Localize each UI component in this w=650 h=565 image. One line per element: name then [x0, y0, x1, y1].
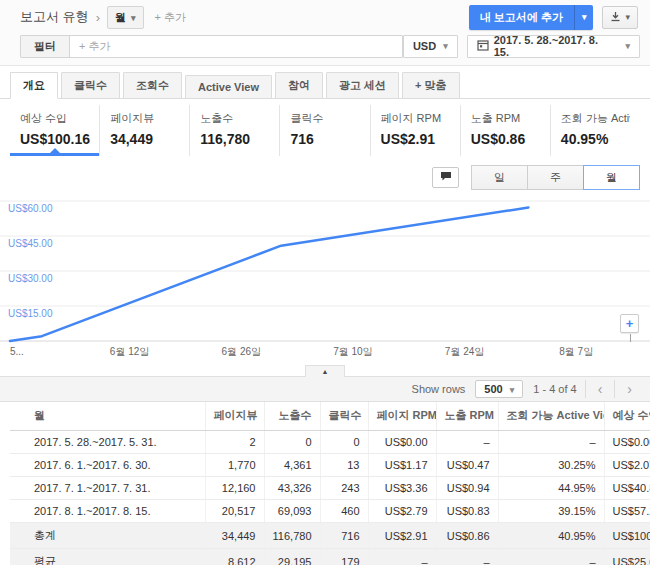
date-range-picker[interactable]: 2017. 5. 28.~2017. 8. 15. ▾	[467, 35, 640, 58]
table-cell: US$0.00	[368, 431, 436, 454]
column-header[interactable]: 클릭수	[320, 402, 368, 431]
table-cell: 2017. 6. 1.~2017. 6. 30.	[10, 454, 205, 477]
column-header[interactable]: 월	[10, 402, 205, 431]
table-cell: 2017. 5. 28.~2017. 5. 31.	[10, 431, 205, 454]
metric-value: US$0.86	[471, 131, 540, 147]
metric-card-1[interactable]: 페이지뷰34,449	[100, 105, 190, 156]
granularity-week-button[interactable]: 주	[527, 165, 584, 190]
table-cell: 69,093	[264, 500, 320, 523]
tab-4[interactable]: 참여	[275, 72, 323, 99]
metric-label: 클릭수	[290, 111, 359, 126]
chart-collapse-button[interactable]: ▲	[305, 365, 345, 377]
metric-value: 716	[290, 131, 359, 147]
currency-dropdown[interactable]: USD▾	[403, 35, 458, 58]
comment-icon	[440, 171, 452, 184]
table-cell: US$0.94	[436, 477, 498, 500]
metric-card-3[interactable]: 클릭수716	[280, 105, 370, 156]
prev-page-button[interactable]: ‹	[585, 380, 615, 398]
pagination-range: 1 - 4 of 4	[533, 383, 576, 395]
table-cell: 2017. 7. 1.~2017. 7. 31.	[10, 477, 205, 500]
table-cell: US$3.36	[368, 477, 436, 500]
x-axis-label: 6월 12일	[110, 346, 149, 357]
table-cell: 2	[205, 431, 264, 454]
column-header[interactable]: 조회 가능 Active View	[498, 402, 604, 431]
table-row: 2017. 8. 1.~2017. 8. 15.20,51769,093460U…	[10, 500, 650, 523]
metric-label: 페이지뷰	[110, 111, 179, 126]
metric-card-5[interactable]: 노출 RPMUS$0.86	[461, 105, 551, 156]
column-header[interactable]: 노출 RPM	[436, 402, 498, 431]
add-to-my-reports-label: 내 보고서에 추가	[469, 5, 574, 30]
metric-card-6[interactable]: 조회 가능 Active Vi...40.95%	[551, 105, 640, 156]
y-axis-label: US$30.00	[8, 273, 53, 284]
table-cell: 0	[320, 431, 368, 454]
next-page-button[interactable]: ›	[614, 380, 644, 398]
table-cell: –	[368, 549, 436, 565]
earnings-chart-svg: US$15.00US$30.00US$45.00US$60.005...6월 1…	[0, 195, 650, 361]
table-cell: US$57.22	[604, 500, 650, 523]
metric-value: US$100.16	[20, 131, 89, 147]
tab-6[interactable]: + 맞춤	[402, 72, 459, 99]
granularity-month-button[interactable]: 월	[583, 165, 640, 190]
column-header[interactable]: 페이지 RPM	[368, 402, 436, 431]
annotations-button[interactable]	[432, 167, 459, 188]
currency-value: USD	[413, 40, 436, 52]
report-table-body: 2017. 5. 28.~2017. 5. 31.200US$0.00––US$…	[10, 431, 650, 565]
caret-down-icon: ▾	[625, 12, 630, 22]
metric-label: 조회 가능 Active Vi...	[561, 111, 630, 126]
date-range-value: 2017. 5. 28.~2017. 8. 15.	[494, 34, 614, 58]
x-axis-label: 8월 7일	[559, 346, 593, 357]
report-tabs: 개요클릭수조회수Active View참여광고 세션+ 맞춤	[0, 71, 650, 99]
metric-card-4[interactable]: 페이지 RPMUS$2.91	[371, 105, 461, 156]
tab-5[interactable]: 광고 세션	[326, 72, 399, 99]
metric-cards: 예상 수입US$100.16페이지뷰34,449노출수116,780클릭수716…	[0, 105, 650, 156]
column-header[interactable]: 페이지뷰	[205, 402, 264, 431]
y-axis-label: US$60.00	[8, 203, 53, 214]
top-bar: 보고서 유형 › 월▾ + 추가 내 보고서에 추가 ▾ ▾ 필터 USD▾ 2…	[0, 0, 650, 66]
table-cell: US$2.79	[368, 500, 436, 523]
show-rows-label: Show rows	[412, 383, 466, 395]
table-cell: US$25.04	[604, 549, 650, 565]
table-cell: US$2.07	[604, 454, 650, 477]
add-to-my-reports-button[interactable]: 내 보고서에 추가 ▾	[469, 5, 594, 30]
tab-2[interactable]: 조회수	[123, 72, 182, 99]
chevron-right-icon: ›	[96, 10, 100, 25]
table-cell: 20,517	[205, 500, 264, 523]
caret-down-icon: ▾	[582, 12, 587, 22]
granularity-day-button[interactable]: 일	[471, 165, 528, 190]
table-cell: 29,195	[264, 549, 320, 565]
table-cell: –	[436, 431, 498, 454]
table-cell: 평균	[10, 549, 205, 565]
report-type-value: 월	[115, 11, 126, 23]
caret-down-icon: ▾	[131, 13, 136, 23]
download-icon	[610, 11, 621, 24]
tab-1[interactable]: 클릭수	[61, 72, 120, 99]
x-axis-label: 7월 24일	[445, 346, 484, 357]
table-cell: 44.95%	[498, 477, 604, 500]
table-cell: 8,612	[205, 549, 264, 565]
caret-down-icon: ▾	[443, 41, 448, 51]
filter-input[interactable]	[70, 36, 402, 57]
report-type-row: 보고서 유형 › 월▾ + 추가 내 보고서에 추가 ▾ ▾	[10, 5, 640, 29]
show-rows-value: 500	[484, 383, 502, 395]
earnings-line	[10, 208, 528, 342]
table-cell: US$40.86	[604, 477, 650, 500]
tab-0[interactable]: 개요	[10, 72, 58, 99]
table-cell: 716	[320, 523, 368, 549]
tab-3[interactable]: Active View	[185, 75, 272, 99]
download-button[interactable]: ▾	[602, 6, 638, 29]
caret-down-icon: ▾	[625, 41, 630, 51]
add-to-my-reports-caret[interactable]: ▾	[574, 5, 594, 30]
caret-down-icon: ▾	[510, 385, 515, 395]
metric-card-2[interactable]: 노출수116,780	[190, 105, 280, 156]
report-type-dropdown[interactable]: 월▾	[107, 6, 144, 29]
show-rows-dropdown[interactable]: 500▾	[475, 380, 523, 398]
x-axis-label: 5...	[10, 346, 24, 357]
chart-zoom-button[interactable]: +	[620, 314, 639, 333]
column-header[interactable]: 예상 수입	[604, 402, 650, 431]
table-cell: 34,449	[205, 523, 264, 549]
add-dimension-button[interactable]: + 추가	[155, 10, 186, 25]
metric-label: 페이지 RPM	[381, 111, 450, 126]
column-header[interactable]: 노출수	[264, 402, 320, 431]
metric-card-0[interactable]: 예상 수입US$100.16	[10, 105, 100, 156]
table-cell: US$0.86	[436, 523, 498, 549]
